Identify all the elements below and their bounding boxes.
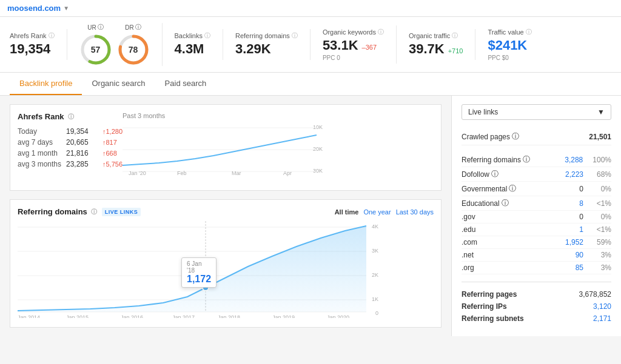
referring-domains-info-icon[interactable]: ⓘ (292, 31, 298, 40)
svg-text:Jan 2019: Jan 2019 (272, 314, 295, 318)
traffic-value-info-icon[interactable]: ⓘ (526, 28, 532, 36)
crawled-pages-info-icon[interactable]: ⓘ (512, 131, 519, 142)
time-filter-all[interactable]: All time (335, 208, 359, 216)
svg-text:Apr: Apr (283, 170, 292, 176)
edu-info-icon[interactable]: ⓘ (502, 198, 509, 208)
live-links-dropdown[interactable]: Live links ▼ (462, 104, 611, 120)
referring-chart-container: 4K 3K 2K 1K 0 (18, 221, 434, 320)
rank-chart-svg: 10K 20K 30K Jan '20 Feb Mar Apr (123, 122, 329, 176)
referring-domains-value: 3.29K (235, 41, 298, 57)
time-filter-year[interactable]: One year (363, 208, 391, 216)
rank-section-title: Ahrefs Rank ⓘ (18, 112, 123, 121)
svg-text:1K: 1K (372, 296, 378, 302)
tab-paid-search[interactable]: Paid search (155, 73, 217, 95)
crawled-pages-value: 21,501 (589, 133, 611, 141)
backlinks-info-icon[interactable]: ⓘ (204, 31, 210, 40)
rank-row-today: Today 19,354 ↑1,280 (18, 126, 123, 137)
organic-keywords-change: –367 (362, 44, 377, 51)
referring-domains-label: Referring domains ⓘ (235, 31, 298, 40)
stat-row-dofollow: Dofollow ⓘ 2,223 68% (462, 167, 611, 182)
ur-value: 57 (91, 45, 101, 55)
referring-info-icon[interactable]: ⓘ (91, 208, 97, 216)
ahrefs-rank-section: Ahrefs Rank ⓘ Today 19,354 ↑1,280 avg 7 … (10, 104, 441, 191)
metrics-bar: Ahrefs Rank ⓘ 19,354 UR ⓘ 57 DR ⓘ (0, 17, 621, 73)
dr-info-icon[interactable]: ⓘ (135, 23, 141, 31)
svg-text:Jan 2016: Jan 2016 (121, 314, 143, 318)
dr-circle: DR ⓘ 78 (117, 23, 150, 66)
referring-title-area: Referring domains ⓘ LIVE LINKS (18, 207, 141, 216)
dr-chart: 78 (117, 33, 150, 66)
tooltip-date: 6 Jan '18 (187, 260, 211, 274)
live-links-badge[interactable]: LIVE LINKS (102, 208, 141, 216)
referring-stat-info-icon[interactable]: ⓘ (523, 154, 530, 165)
ahrefs-rank-metric: Ahrefs Rank ⓘ 19,354 (10, 29, 67, 59)
stat-row-com: .com 1,952 59% (462, 236, 611, 249)
stat-row-edu: .edu 1 <1% (462, 223, 611, 236)
svg-text:20K: 20K (313, 146, 323, 152)
stat-row-governmental: Governmental ⓘ 0 0% (462, 182, 611, 196)
time-filter-30days[interactable]: Last 30 days (396, 208, 434, 216)
svg-text:0: 0 (375, 310, 378, 316)
rank-header: Ahrefs Rank ⓘ Today 19,354 ↑1,280 avg 7 … (18, 112, 434, 178)
domain-label[interactable]: moosend.com (7, 4, 61, 13)
traffic-value-sub: PPC $0 (488, 55, 531, 61)
svg-text:Jan 2015: Jan 2015 (66, 314, 89, 318)
gov-info-icon[interactable]: ⓘ (509, 184, 516, 194)
organic-traffic-label: Organic traffic ⓘ (409, 31, 463, 40)
referring-domains-stat-pct: 100% (592, 156, 611, 164)
rank-chart-area: Past 3 months 10K 20K 30K Jan '20 (123, 112, 434, 178)
ahrefs-rank-info-icon[interactable]: ⓘ (49, 31, 55, 40)
rank-chart-container: 10K 20K 30K Jan '20 Feb Mar Apr (123, 122, 434, 178)
traffic-value-value: $241K (488, 38, 531, 53)
organic-traffic-value: 39.7K (409, 41, 445, 57)
traffic-value-label: Traffic value ⓘ (488, 28, 531, 36)
tab-backlink-profile[interactable]: Backlink profile (10, 73, 82, 95)
ur-chart: 57 (79, 33, 112, 66)
crawled-pages-row: Crawled pages ⓘ 21,501 (462, 128, 611, 145)
organic-keywords-sub: PPC 0 (323, 55, 384, 61)
dr-label: DR ⓘ (125, 23, 141, 31)
rank-info-icon[interactable]: ⓘ (68, 113, 74, 121)
svg-text:10K: 10K (313, 124, 323, 130)
stat-row-net: .net 90 3% (462, 249, 611, 262)
tabs-bar: Backlink profile Organic search Paid sea… (0, 73, 621, 96)
time-filters: All time One year Last 30 days (335, 208, 434, 216)
referring-domains-section: Referring domains ⓘ LIVE LINKS All time … (10, 199, 441, 328)
rank-row-3months: avg 3 months 23,285 ↑5,756 (18, 159, 123, 170)
domain-stats: Referring domains ⓘ 3,288 100% Dofollow … (462, 153, 611, 274)
dr-value: 78 (129, 45, 138, 55)
stat-row-educational: Educational ⓘ 8 <1% (462, 196, 611, 211)
stat-row-referring: Referring domains ⓘ 3,288 100% (462, 153, 611, 167)
stat-row-gov: .gov 0 0% (462, 211, 611, 223)
tab-organic-search[interactable]: Organic search (82, 73, 155, 95)
svg-text:Mar: Mar (232, 170, 241, 176)
referring-header: Referring domains ⓘ LIVE LINKS All time … (18, 207, 434, 216)
svg-text:3K: 3K (372, 248, 378, 254)
backlinks-label: Backlinks ⓘ (175, 31, 210, 40)
rank-row-1month: avg 1 month 21,816 ↑668 (18, 148, 123, 159)
dofollow-info-icon[interactable]: ⓘ (491, 169, 498, 179)
ur-info-icon[interactable]: ⓘ (98, 23, 104, 31)
bottom-stats: Referring pages 3,678,852 Referring IPs … (462, 282, 611, 325)
domain-detail-rows: Dofollow ⓘ 2,223 68% Governmental ⓘ 0 0%… (462, 167, 611, 274)
svg-text:Jan 2017: Jan 2017 (172, 314, 195, 318)
right-panel: Live links ▼ Crawled pages ⓘ 21,501 Refe… (451, 96, 621, 336)
main-content: Ahrefs Rank ⓘ Today 19,354 ↑1,280 avg 7 … (0, 96, 621, 336)
organic-keywords-info-icon[interactable]: ⓘ (378, 28, 384, 36)
bottom-row-referring-pages: Referring pages 3,678,852 (462, 288, 611, 300)
organic-keywords-value: 53.1K (323, 38, 358, 53)
domain-dropdown-arrow[interactable]: ▼ (63, 5, 69, 12)
organic-traffic-info-icon[interactable]: ⓘ (452, 31, 458, 40)
crawled-pages-label: Crawled pages (462, 133, 510, 141)
referring-domains-stat-label: Referring domains (462, 156, 521, 164)
backlinks-metric: Backlinks ⓘ 4.3M (175, 29, 223, 59)
svg-text:Feb: Feb (177, 170, 187, 176)
svg-text:Jan 2014: Jan 2014 (18, 314, 40, 318)
bottom-row-referring-ips: Referring IPs 3,120 (462, 300, 611, 313)
referring-domains-stat-value[interactable]: 3,288 (565, 156, 583, 164)
dropdown-arrow-icon: ▼ (597, 108, 605, 116)
organic-traffic-change: +710 (448, 47, 463, 55)
ahrefs-rank-label: Ahrefs Rank ⓘ (10, 31, 55, 40)
referring-section-title: Referring domains ⓘ (18, 207, 97, 216)
ur-label: UR ⓘ (87, 23, 103, 31)
